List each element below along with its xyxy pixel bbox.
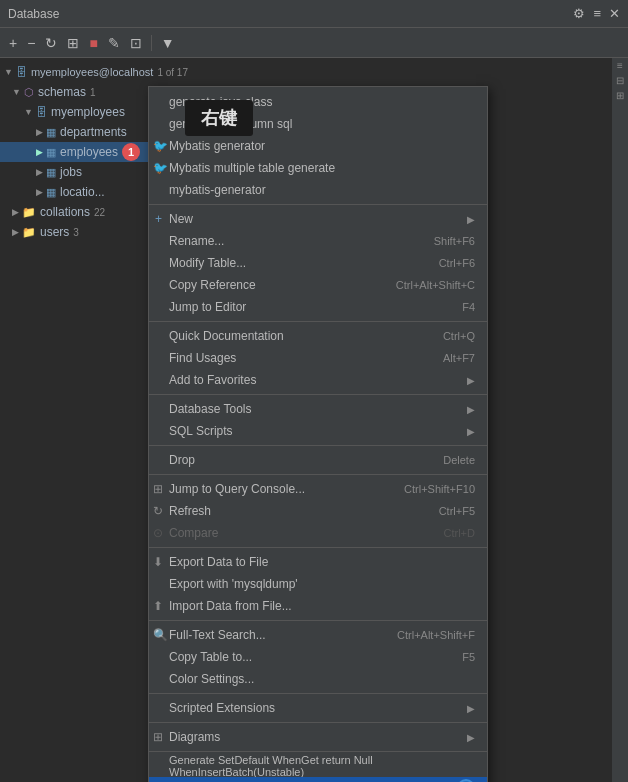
employees-arrow: ▶ [36, 147, 43, 157]
menu-modify-table[interactable]: Modify Table... Ctrl+F6 [149, 252, 487, 274]
menu-mybatis-generator-label: Mybatis generator [169, 139, 265, 153]
menu-full-text-search[interactable]: 🔍 Full-Text Search... Ctrl+Alt+Shift+F [149, 624, 487, 646]
menu-quick-doc-label: Quick Documentation [169, 329, 284, 343]
settings-icon[interactable]: ⚙ [573, 6, 585, 21]
menu-rename-shortcut: Shift+F6 [434, 235, 475, 247]
departments-label: departments [60, 125, 127, 139]
menu-copy-table-to[interactable]: Copy Table to... F5 [149, 646, 487, 668]
new-plus-icon: + [155, 212, 162, 226]
sep-6 [149, 547, 487, 548]
menu-database-tools[interactable]: Database Tools ▶ [149, 398, 487, 420]
schemas-arrow: ▼ [12, 87, 21, 97]
search-icon: 🔍 [153, 628, 168, 642]
menu-quick-doc[interactable]: Quick Documentation Ctrl+Q [149, 325, 487, 347]
menu-new[interactable]: + New ▶ [149, 208, 487, 230]
menu-jump-to-editor[interactable]: Jump to Editor F4 [149, 296, 487, 318]
panel-btn-3[interactable]: ⊞ [616, 90, 624, 101]
menu-export-mysqldump-label: Export with 'mysqldump' [169, 577, 298, 591]
menu-compare-label: Compare [169, 526, 218, 540]
myemployees-label: myemployees [51, 105, 125, 119]
tree-collations[interactable]: ▶ 📁 collations 22 [0, 202, 160, 222]
menu-database-tools-label: Database Tools [169, 402, 252, 416]
menu-export-mysqldump[interactable]: Export with 'mysqldump' [149, 573, 487, 595]
menu-jump-to-query-console-label: Jump to Query Console... [169, 482, 305, 496]
mybatis-gen-icon: 🐦 [153, 139, 168, 153]
menu-copy-reference-label: Copy Reference [169, 278, 256, 292]
menu-scripted-extensions[interactable]: Scripted Extensions ▶ [149, 697, 487, 719]
locations-label: locatio... [60, 185, 105, 199]
menu-full-text-search-label: Full-Text Search... [169, 628, 266, 642]
collations-label: collations [40, 205, 90, 219]
menu-jump-to-query-console[interactable]: ⊞ Jump to Query Console... Ctrl+Shift+F1… [149, 478, 487, 500]
menu-mabatis-generate[interactable]: mabatis-generate 2 [149, 777, 487, 782]
menu-import-data[interactable]: ⬆ Import Data from File... [149, 595, 487, 617]
annotation-popup: 右键 [185, 100, 253, 136]
refresh-btn[interactable]: ↻ [42, 33, 60, 53]
menu-find-usages-shortcut: Alt+F7 [443, 352, 475, 364]
collations-arrow: ▶ [12, 207, 19, 217]
compare-icon: ⊙ [153, 526, 163, 540]
edit-btn[interactable]: ✎ [105, 33, 123, 53]
add-btn[interactable]: + [6, 33, 20, 53]
grid-btn[interactable]: ⊞ [64, 33, 82, 53]
sep-9 [149, 722, 487, 723]
menu-export-data[interactable]: ⬇ Export Data to File [149, 551, 487, 573]
sep-7 [149, 620, 487, 621]
menu-diagrams[interactable]: ⊞ Diagrams ▶ [149, 726, 487, 748]
table-btn[interactable]: ⊡ [127, 33, 145, 53]
top-bar-icons: ⚙ ≡ ✕ [573, 6, 620, 21]
menu-copy-table-to-shortcut: F5 [462, 651, 475, 663]
add-favorites-arrow: ▶ [467, 375, 475, 386]
locations-arrow: ▶ [36, 187, 43, 197]
tree-employees[interactable]: ▶ ▦ employees 1 [0, 142, 160, 162]
menu-mybatis-multiple-table-label: Mybatis multiple table generate [169, 161, 335, 175]
filter-btn[interactable]: ▼ [158, 33, 178, 53]
sep-10 [149, 751, 487, 752]
panel-btn-2[interactable]: ⊟ [616, 75, 624, 86]
panel-btn-1[interactable]: ≡ [617, 60, 623, 71]
menu-scripted-extensions-label: Scripted Extensions [169, 701, 275, 715]
tree-jobs[interactable]: ▶ ▦ jobs [0, 162, 160, 182]
menu-sql-scripts[interactable]: SQL Scripts ▶ [149, 420, 487, 442]
sep-2 [149, 321, 487, 322]
menu-find-usages[interactable]: Find Usages Alt+F7 [149, 347, 487, 369]
employees-table-icon: ▦ [46, 146, 56, 159]
tree-myemployees[interactable]: ▼ 🗄 myemployees [0, 102, 160, 122]
sep-8 [149, 693, 487, 694]
export-icon: ⬇ [153, 555, 163, 569]
jobs-table-icon: ▦ [46, 166, 56, 179]
menu-copy-table-to-label: Copy Table to... [169, 650, 252, 664]
remove-btn[interactable]: − [24, 33, 38, 53]
menu-modify-table-shortcut: Ctrl+F6 [439, 257, 475, 269]
menu-generate-setdefault[interactable]: Generate SetDefault WhenGet return Null … [149, 755, 487, 777]
menu-modify-table-label: Modify Table... [169, 256, 246, 270]
schemas-label: schemas [38, 85, 86, 99]
right-panel: ≡ ⊟ ⊞ [612, 58, 628, 782]
tree-schemas[interactable]: ▼ ⬡ schemas 1 [0, 82, 160, 102]
menu-color-settings[interactable]: Color Settings... [149, 668, 487, 690]
menu-refresh-shortcut: Ctrl+F5 [439, 505, 475, 517]
menu-rename[interactable]: Rename... Shift+F6 [149, 230, 487, 252]
tree-locations[interactable]: ▶ ▦ locatio... [0, 182, 160, 202]
menu-add-to-favorites[interactable]: Add to Favorites ▶ [149, 369, 487, 391]
departments-arrow: ▶ [36, 127, 43, 137]
sql-scripts-arrow: ▶ [467, 426, 475, 437]
menu-query-console-shortcut: Ctrl+Shift+F10 [404, 483, 475, 495]
tree-users[interactable]: ▶ 📁 users 3 [0, 222, 160, 242]
menu-mybatis-generator-2[interactable]: mybatis-generator [149, 179, 487, 201]
toolbar-separator [151, 35, 152, 51]
tree-connection[interactable]: ▼ 🗄 myemployees@localhost 1 of 17 [0, 62, 160, 82]
menu-mybatis-generator[interactable]: 🐦 Mybatis generator [149, 135, 487, 157]
menu-icon[interactable]: ≡ [593, 6, 601, 21]
diagrams-icon: ⊞ [153, 730, 163, 744]
db-icon: 🗄 [16, 66, 27, 78]
import-icon: ⬆ [153, 599, 163, 613]
stop-btn[interactable]: ■ [86, 33, 100, 53]
menu-refresh[interactable]: ↻ Refresh Ctrl+F5 [149, 500, 487, 522]
window-title: Database [8, 7, 59, 21]
menu-mybatis-multiple-table[interactable]: 🐦 Mybatis multiple table generate [149, 157, 487, 179]
menu-drop[interactable]: Drop Delete [149, 449, 487, 471]
close-icon[interactable]: ✕ [609, 6, 620, 21]
menu-copy-reference[interactable]: Copy Reference Ctrl+Alt+Shift+C [149, 274, 487, 296]
tree-departments[interactable]: ▶ ▦ departments [0, 122, 160, 142]
